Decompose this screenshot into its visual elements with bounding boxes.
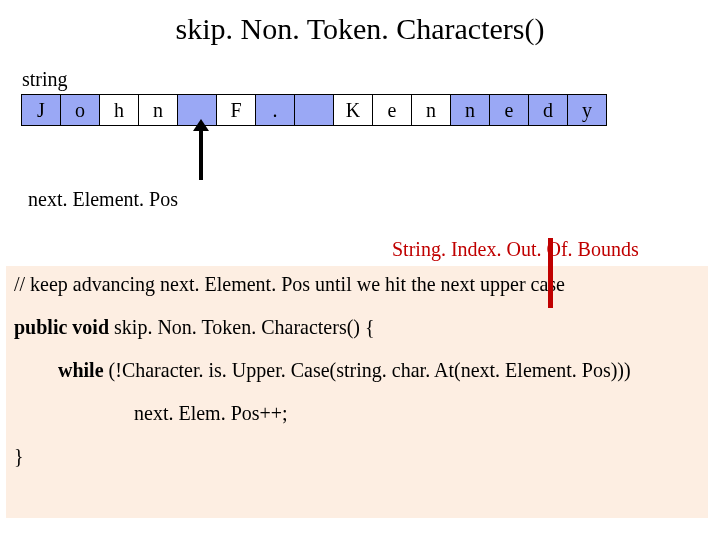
code-while: while (!Character. is. Upper. Case(strin…	[14, 360, 704, 381]
char-cell-3: n	[138, 94, 178, 126]
char-cell-11: n	[450, 94, 490, 126]
slide-title: skip. Non. Token. Characters()	[0, 0, 720, 46]
code-text: skip. Non. Token. Characters() {	[114, 316, 375, 338]
char-cell-13: d	[528, 94, 568, 126]
char-cell-9: e	[372, 94, 412, 126]
char-cell-6: .	[255, 94, 295, 126]
code-comment: // keep advancing next. Element. Pos unt…	[14, 274, 704, 295]
exception-label: String. Index. Out. Of. Bounds	[392, 238, 639, 261]
char-cell-1: o	[60, 94, 100, 126]
char-cell-0: J	[21, 94, 61, 126]
code-body: next. Elem. Pos++;	[14, 403, 704, 424]
char-cell-8: K	[333, 94, 373, 126]
next-element-pos-label: next. Element. Pos	[28, 188, 178, 211]
keyword: while	[58, 359, 109, 381]
char-cell-14: y	[567, 94, 607, 126]
string-label: string	[22, 68, 68, 91]
code-text: (!Character. is. Upper. Case(string. cha…	[109, 359, 631, 381]
code-signature: public void skip. Non. Token. Characters…	[14, 317, 704, 338]
char-cell-5: F	[216, 94, 256, 126]
code-close: }	[14, 446, 704, 467]
char-cell-7	[294, 94, 334, 126]
char-cell-2: h	[99, 94, 139, 126]
char-cell-12: e	[489, 94, 529, 126]
pointer-arrow	[199, 128, 203, 180]
keyword: public void	[14, 316, 114, 338]
char-array: JohnF.Kennedy	[22, 94, 607, 126]
char-cell-10: n	[411, 94, 451, 126]
exception-pointer	[548, 238, 553, 308]
code-block: // keep advancing next. Element. Pos unt…	[6, 266, 708, 518]
